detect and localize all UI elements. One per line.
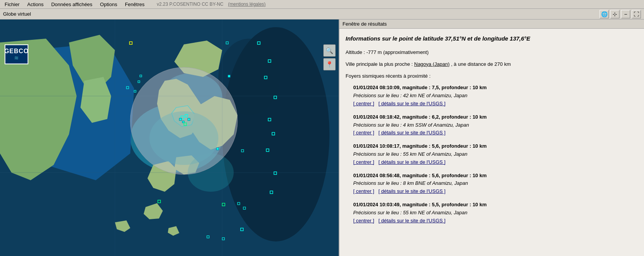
svg-rect-34 <box>228 75 230 77</box>
results-titlebar: Fenêtre de résultats <box>339 20 644 29</box>
results-heading: Informations sur le point de latitude 37… <box>346 34 638 43</box>
city-label: Ville principale la plus proche : <box>346 61 413 67</box>
altitude-info: Altitude : -777 m (approximativement) <box>346 49 638 57</box>
seismic-links-4: [ centrer ] [ détails sur le site de l'U… <box>353 188 638 196</box>
seismic-center-link-5[interactable]: [ centrer ] <box>353 218 374 223</box>
seismic-usgs-link-3[interactable]: [ détails sur le site de l'USGS ] <box>379 159 446 165</box>
seismic-links-5: [ centrer ] [ détails sur le site de l'U… <box>353 217 638 225</box>
seismic-entry-4: 01/01/2024 08:56:48, magnitude : 5,6, pr… <box>353 172 638 196</box>
gebco-text: GEBCO <box>4 48 29 55</box>
map-toolbar: 🔍 📍 <box>323 44 336 70</box>
cursor-button[interactable]: ⊹ <box>610 10 619 18</box>
seismic-list: 01/01/2024 08:10:09, magnitude : 7,5, pr… <box>346 84 638 225</box>
seismic-links-2: [ centrer ] [ détails sur le site de l'U… <box>353 129 638 137</box>
seismic-entry-3: 01/01/2024 10:08:17, magnitude : 5,6, pr… <box>353 142 638 166</box>
fullscreen-button[interactable]: ⛶ <box>632 10 641 18</box>
map-svg <box>0 20 339 256</box>
seismic-entry-1: 01/01/2024 08:10:09, magnitude : 7,5, pr… <box>353 84 638 108</box>
results-panel: Fenêtre de résultats Informations sur le… <box>339 20 644 256</box>
seismic-center-link-4[interactable]: [ centrer ] <box>353 188 374 194</box>
seismic-date-4: 01/01/2024 08:56:48, magnitude : 5,6, pr… <box>353 172 638 180</box>
map-pin-button[interactable]: 📍 <box>323 58 336 70</box>
seismic-date-3: 01/01/2024 10:08:17, magnitude : 5,6, pr… <box>353 142 638 150</box>
seismic-precision-4: Précisions sur le lieu : 8 km BNE of Ana… <box>353 179 638 188</box>
legal-link[interactable]: (mentions légales) <box>228 2 265 7</box>
titlebar: Globe virtuel 🌐 ⊹ − ⛶ <box>0 9 644 20</box>
zoom-out-button[interactable]: − <box>621 10 630 18</box>
seismic-date-2: 01/01/2024 08:18:42, magnitude : 6,2, pr… <box>353 113 638 121</box>
titlebar-controls: 🌐 ⊹ − ⛶ <box>600 10 641 18</box>
seismic-date-5: 01/01/2024 10:03:49, magnitude : 5,5, pr… <box>353 201 638 209</box>
map-search-button[interactable]: 🔍 <box>323 44 336 57</box>
menu-fenetres[interactable]: Fenêtres <box>122 1 147 8</box>
menu-options[interactable]: Options <box>97 1 120 8</box>
city-distance: , à une distance de 270 km <box>451 61 511 67</box>
altitude-value: -777 m (approximativement) <box>366 49 429 55</box>
seismic-center-link-3[interactable]: [ centrer ] <box>353 159 374 165</box>
map-area[interactable]: GEBCO ≋ 🔍 📍 <box>0 20 339 256</box>
seismic-links-1: [ centrer ] [ détails sur le site de l'U… <box>353 100 638 108</box>
seismic-entry-2: 01/01/2024 08:18:42, magnitude : 6,2, pr… <box>353 113 638 137</box>
city-info: Ville principale la plus proche : Nagoya… <box>346 60 638 68</box>
seismic-precision-2: Précisions sur le lieu : 4 km SSW of Ana… <box>353 121 638 129</box>
gebco-wave-icon: ≋ <box>14 55 19 61</box>
seismic-center-link-2[interactable]: [ centrer ] <box>353 130 374 135</box>
svg-rect-16 <box>188 118 190 121</box>
seismic-precision-5: Précisions sur le lieu : 55 km NE of Ana… <box>353 209 638 217</box>
seismic-precision-1: Précisions sur le lieu : 42 km NE of Ana… <box>353 92 638 100</box>
altitude-label: Altitude : <box>346 49 365 55</box>
globe-title: Globe virtuel <box>3 11 31 17</box>
seismic-center-link-1[interactable]: [ centrer ] <box>353 101 374 106</box>
seismic-usgs-link-1[interactable]: [ détails sur le site de l'USGS ] <box>379 101 446 106</box>
main-area: GEBCO ≋ 🔍 📍 Fenêtre de résultats Informa… <box>0 20 644 256</box>
menu-actions[interactable]: Actions <box>24 1 47 8</box>
seismic-usgs-link-5[interactable]: [ détails sur le site de l'USGS ] <box>379 218 446 223</box>
svg-rect-35 <box>216 148 219 150</box>
seismic-header: Foyers sismiques récents à proximité : <box>346 72 638 80</box>
city-link[interactable]: Nagoya (Japan) <box>414 61 450 67</box>
seismic-precision-3: Précisions sur le lieu : 55 km NE of Ana… <box>353 150 638 158</box>
seismic-date-1: 01/01/2024 08:10:09, magnitude : 7,5, pr… <box>353 84 638 92</box>
results-content: Informations sur le point de latitude 37… <box>339 29 644 256</box>
menu-donnees[interactable]: Données affichées <box>48 1 95 8</box>
seismic-links-3: [ centrer ] [ détails sur le site de l'U… <box>353 158 638 166</box>
version-label: v2.23 P.COSENTINO CC BY-NC <box>157 2 223 7</box>
gebco-logo: GEBCO ≋ <box>5 44 28 64</box>
seismic-usgs-link-4[interactable]: [ détails sur le site de l'USGS ] <box>379 188 446 194</box>
menubar: Fichier Actions Données affichées Option… <box>0 0 644 9</box>
menu-fichier[interactable]: Fichier <box>2 1 23 8</box>
seismic-usgs-link-2[interactable]: [ détails sur le site de l'USGS ] <box>379 130 446 135</box>
texture-toggle-button[interactable]: 🌐 <box>600 10 609 18</box>
svg-rect-18 <box>179 118 182 121</box>
seismic-entry-5: 01/01/2024 10:03:49, magnitude : 5,5, pr… <box>353 201 638 225</box>
